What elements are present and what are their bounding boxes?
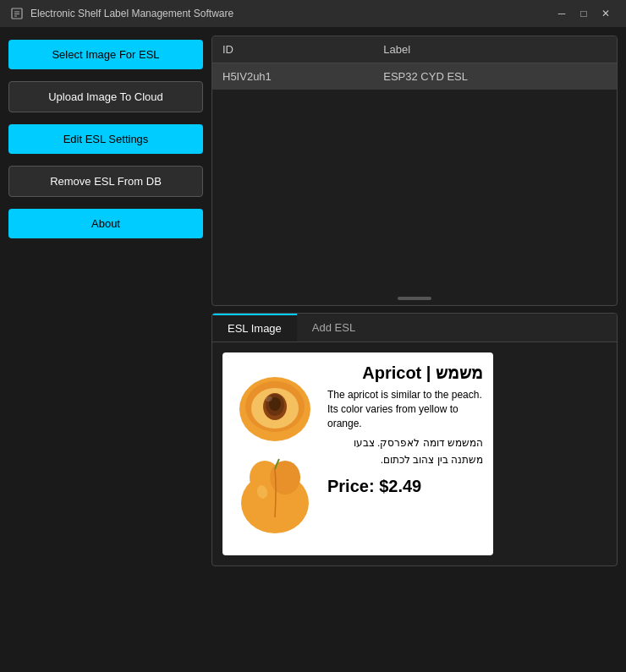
select-image-button[interactable]: Select Image For ESL [8,40,203,69]
tab-add-esl[interactable]: Add ESL [297,314,371,341]
table-header-row: ID Label [212,36,617,63]
tabs-container: ESL Image Add ESL [211,313,618,566]
esl-text-content: Apricot | משמש The apricot is similar to… [327,363,483,545]
apricot-image-bottom [233,454,317,538]
svg-point-13 [270,461,300,494]
upload-image-button[interactable]: Upload Image To Cloud [8,81,203,112]
about-button[interactable]: About [8,209,203,238]
apricot-image-top [233,363,317,447]
title-bar: Electronic Shelf Label Management Softwa… [0,0,626,27]
scroll-indicator [398,297,431,300]
app-icon [10,7,24,20]
right-panel: ID Label H5IV2uh1ESP32 CYD ESL ESL Image… [211,36,618,664]
tabs-header: ESL Image Add ESL [212,314,617,342]
table-cell-label: ESP32 CYD ESL [373,63,617,90]
esl-desc-english: The apricot is similar to the peach. Its… [327,388,483,430]
main-content: Select Image For ESL Upload Image To Clo… [0,27,626,672]
window-controls: ─ □ ✕ [552,3,616,24]
col-id-header: ID [212,36,373,63]
edit-esl-button[interactable]: Edit ESL Settings [8,124,203,154]
esl-product-title: Apricot | משמש [327,363,483,383]
minimize-button[interactable]: ─ [552,3,572,24]
col-label-header: Label [373,36,617,63]
close-button[interactable]: ✕ [596,3,616,24]
esl-table-container: ID Label H5IV2uh1ESP32 CYD ESL [211,36,618,306]
app-title: Electronic Shelf Label Management Softwa… [30,8,552,19]
esl-images-column [233,363,317,545]
esl-table: ID Label H5IV2uh1ESP32 CYD ESL [212,36,617,90]
sidebar: Select Image For ESL Upload Image To Clo… [8,36,203,664]
remove-esl-button[interactable]: Remove ESL From DB [8,166,203,197]
table-row[interactable]: H5IV2uh1ESP32 CYD ESL [212,63,617,90]
table-scroll[interactable]: ID Label H5IV2uh1ESP32 CYD ESL [212,36,617,305]
esl-desc-hebrew: המשמש דומה לאפרסק. צבעו משתנה בין צהוב ל… [327,435,483,467]
esl-preview-card: Apricot | משמש The apricot is similar to… [222,352,493,555]
tab-esl-image[interactable]: ESL Image [212,314,297,341]
maximize-button[interactable]: □ [574,3,594,24]
table-cell-id: H5IV2uh1 [212,63,373,90]
tab-content-esl-image: Apricot | משמש The apricot is similar to… [212,342,617,565]
esl-price: Price: $2.49 [327,477,483,496]
